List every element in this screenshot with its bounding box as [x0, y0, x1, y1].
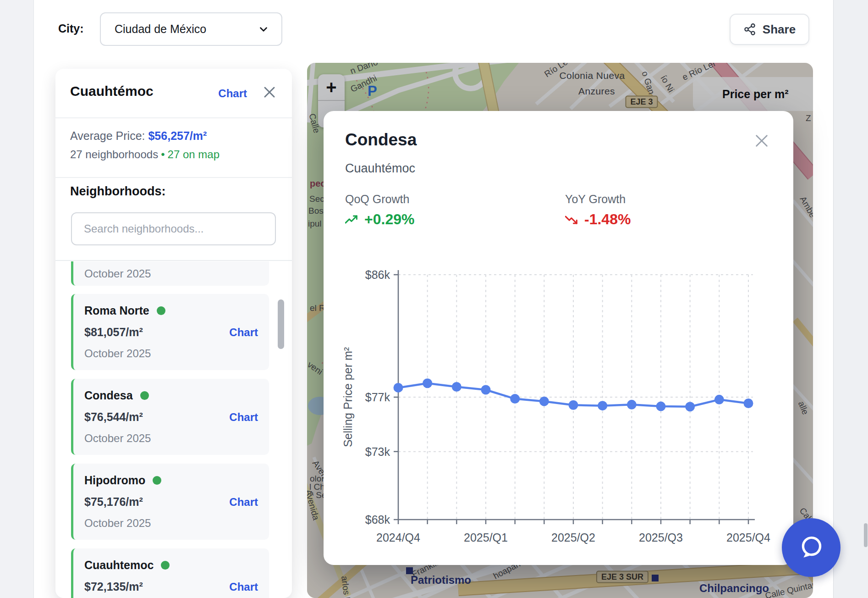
list-item[interactable]: Hipodromo $75,176/m² Chart October 2025 — [71, 464, 269, 540]
status-dot — [161, 561, 170, 570]
neighborhood-panel: Cuauhtémoc Chart Average Price: $56,257/… — [55, 69, 292, 598]
list-scrollbar[interactable] — [278, 299, 284, 349]
svg-text:2025/Q1: 2025/Q1 — [464, 531, 508, 544]
status-dot — [157, 306, 165, 315]
item-date: October 2025 — [84, 347, 258, 360]
city-label: City: — [58, 22, 84, 35]
average-price-label: Average Price: — [70, 129, 145, 142]
page-scrollbar[interactable] — [864, 523, 868, 547]
list-item[interactable]: Roma Norte $81,057/m² Chart October 2025 — [71, 294, 269, 370]
svg-text:2025/Q2: 2025/Q2 — [551, 531, 595, 544]
list-item[interactable]: Condesa $76,544/m² Chart October 2025 — [71, 379, 269, 455]
item-name: Hipodromo — [84, 474, 145, 487]
svg-text:2025/Q3: 2025/Q3 — [639, 531, 683, 544]
panel-close-icon[interactable] — [263, 85, 276, 99]
list-item[interactable]: Cuauhtemoc $72,135/m² Chart October 2025 — [71, 548, 269, 598]
svg-text:$68k: $68k — [365, 513, 390, 526]
price-chart: $68k$73k$77k$86k2024/Q42025/Q12025/Q2202… — [342, 258, 782, 560]
item-price: $72,135/m² — [84, 580, 143, 593]
item-chart-link[interactable]: Chart — [229, 411, 258, 424]
list-item-partial[interactable]: October 2025 — [71, 261, 269, 286]
chat-bubble-icon — [797, 533, 825, 562]
modal-close-icon[interactable] — [754, 133, 769, 149]
item-price: $81,057/m² — [84, 326, 143, 339]
svg-text:2024/Q4: 2024/Q4 — [376, 531, 420, 544]
panel-chart-link[interactable]: Chart — [218, 87, 247, 100]
item-price: $76,544/m² — [84, 410, 143, 424]
neighborhood-list: October 2025 Roma Norte $81,057/m² Chart… — [71, 261, 269, 598]
page-right-gutter — [833, 0, 868, 598]
share-button[interactable]: Share — [730, 14, 809, 45]
page-left-gutter — [0, 0, 34, 598]
share-icon — [743, 23, 756, 36]
modal-title: Condesa — [345, 130, 417, 150]
item-price: $75,176/m² — [84, 495, 143, 509]
average-price-section: Average Price: $56,257/m² 27 neighborhoo… — [55, 118, 292, 178]
qoq-growth-value: +0.29% — [345, 211, 414, 228]
item-name: Cuauhtemoc — [84, 559, 154, 572]
stats-separator: • — [161, 148, 165, 161]
modal-subtitle: Cuauhtémoc — [345, 161, 415, 176]
status-dot — [153, 476, 161, 485]
item-date: October 2025 — [84, 432, 258, 445]
item-date: October 2025 — [84, 267, 151, 280]
trending-up-icon — [345, 215, 359, 225]
item-chart-link[interactable]: Chart — [229, 496, 258, 509]
neighborhood-count: 27 neighborhoods — [70, 148, 158, 161]
status-dot — [140, 391, 149, 400]
city-select[interactable]: Ciudad de México — [100, 12, 282, 46]
panel-title: Cuauhtémoc — [70, 83, 154, 99]
svg-text:$77k: $77k — [365, 391, 390, 404]
trending-down-icon — [565, 215, 579, 225]
neighborhood-detail-modal: Condesa Cuauhtémoc QoQ Growth YoY Growth… — [324, 111, 793, 565]
svg-text:$86k: $86k — [365, 268, 390, 281]
chat-button[interactable] — [782, 518, 841, 577]
yoy-growth-value: -1.48% — [565, 211, 631, 228]
share-button-label: Share — [763, 22, 796, 37]
item-date: October 2025 — [84, 517, 258, 530]
item-chart-link[interactable]: Chart — [229, 326, 258, 339]
on-map-count: 27 on map — [168, 148, 220, 161]
search-input[interactable] — [71, 212, 276, 245]
chevron-down-icon — [258, 23, 269, 35]
divider — [55, 260, 292, 261]
panel-header: Cuauhtémoc Chart — [55, 69, 292, 118]
city-select-value: Ciudad de México — [115, 22, 258, 36]
item-name: Condesa — [84, 389, 133, 402]
yoy-growth-label: YoY Growth — [565, 193, 626, 206]
qoq-growth-label: QoQ Growth — [345, 193, 409, 206]
item-chart-link[interactable]: Chart — [229, 581, 258, 593]
item-name: Roma Norte — [84, 304, 149, 317]
app-window: City: Ciudad de México Share — [0, 0, 868, 598]
svg-text:2025/Q4: 2025/Q4 — [726, 531, 770, 544]
average-price-value: $56,257/m² — [148, 129, 207, 142]
svg-text:$73k: $73k — [365, 445, 390, 458]
neighborhoods-heading: Neighborhoods: — [70, 184, 165, 199]
svg-text:Selling Price per m²: Selling Price per m² — [342, 347, 354, 447]
